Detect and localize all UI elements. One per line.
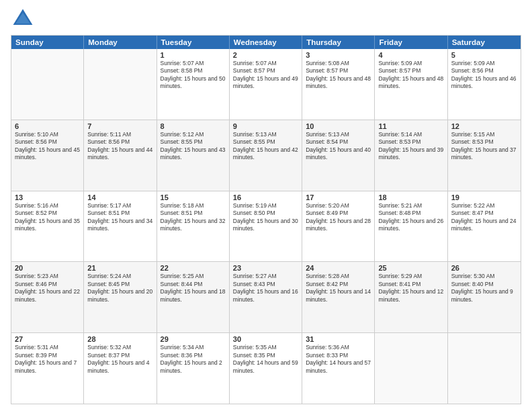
day-info: Sunrise: 5:28 AMSunset: 8:42 PMDaylight:… (306, 273, 371, 304)
calendar-cell: 23Sunrise: 5:27 AMSunset: 8:43 PMDayligh… (230, 262, 302, 332)
calendar-cell: 17Sunrise: 5:20 AMSunset: 8:49 PMDayligh… (302, 191, 375, 262)
calendar-cell: 11Sunrise: 5:14 AMSunset: 8:53 PMDayligh… (375, 120, 447, 191)
day-number: 22 (161, 264, 226, 272)
day-number: 15 (161, 193, 226, 201)
calendar-cell: 27Sunrise: 5:31 AMSunset: 8:39 PMDayligh… (11, 333, 84, 404)
day-number: 27 (15, 335, 80, 343)
day-number: 20 (15, 264, 80, 272)
calendar-cell: 3Sunrise: 5:08 AMSunset: 8:57 PMDaylight… (302, 49, 375, 120)
logo (11, 7, 38, 31)
calendar-cell: 19Sunrise: 5:22 AMSunset: 8:47 PMDayligh… (448, 191, 521, 262)
calendar: SundayMondayTuesdayWednesdayThursdayFrid… (11, 35, 521, 404)
calendar-cell: 31Sunrise: 5:36 AMSunset: 8:33 PMDayligh… (302, 333, 375, 404)
calendar-cell: 7Sunrise: 5:11 AMSunset: 8:56 PMDaylight… (84, 120, 157, 191)
day-number: 14 (87, 193, 152, 201)
day-info: Sunrise: 5:29 AMSunset: 8:41 PMDaylight:… (378, 273, 443, 304)
day-number: 9 (233, 122, 298, 130)
logo-icon (11, 7, 35, 31)
day-number: 19 (451, 193, 517, 201)
day-number: 25 (378, 264, 443, 272)
day-info: Sunrise: 5:35 AMSunset: 8:35 PMDaylight:… (233, 344, 298, 375)
day-number: 18 (378, 193, 443, 201)
page-header (11, 7, 521, 31)
calendar-cell (448, 333, 521, 404)
day-info: Sunrise: 5:13 AMSunset: 8:55 PMDaylight:… (233, 131, 298, 162)
calendar-cell: 13Sunrise: 5:16 AMSunset: 8:52 PMDayligh… (11, 191, 84, 262)
day-number: 23 (233, 264, 298, 272)
calendar-cell: 12Sunrise: 5:15 AMSunset: 8:53 PMDayligh… (448, 120, 521, 191)
day-number: 7 (87, 122, 152, 130)
calendar-cell: 28Sunrise: 5:32 AMSunset: 8:37 PMDayligh… (84, 333, 157, 404)
day-info: Sunrise: 5:12 AMSunset: 8:55 PMDaylight:… (161, 131, 226, 162)
day-info: Sunrise: 5:30 AMSunset: 8:40 PMDaylight:… (451, 273, 517, 304)
calendar-cell: 29Sunrise: 5:34 AMSunset: 8:36 PMDayligh… (157, 333, 230, 404)
day-number: 5 (451, 51, 517, 59)
calendar-cell: 5Sunrise: 5:09 AMSunset: 8:56 PMDaylight… (448, 49, 521, 120)
calendar-cell: 21Sunrise: 5:24 AMSunset: 8:45 PMDayligh… (84, 262, 157, 332)
day-info: Sunrise: 5:20 AMSunset: 8:49 PMDaylight:… (306, 202, 371, 233)
day-info: Sunrise: 5:14 AMSunset: 8:53 PMDaylight:… (378, 131, 443, 162)
day-number: 13 (15, 193, 80, 201)
day-info: Sunrise: 5:07 AMSunset: 8:58 PMDaylight:… (161, 60, 226, 91)
day-number: 28 (87, 335, 152, 343)
weekday-header: Sunday (11, 36, 84, 49)
calendar-cell (84, 49, 157, 120)
day-info: Sunrise: 5:23 AMSunset: 8:46 PMDaylight:… (15, 273, 80, 304)
calendar-cell: 1Sunrise: 5:07 AMSunset: 8:58 PMDaylight… (157, 49, 230, 120)
calendar-cell: 24Sunrise: 5:28 AMSunset: 8:42 PMDayligh… (302, 262, 375, 332)
calendar-cell: 16Sunrise: 5:19 AMSunset: 8:50 PMDayligh… (230, 191, 302, 262)
day-number: 1 (161, 51, 226, 59)
calendar-cell (11, 49, 84, 120)
day-number: 24 (306, 264, 371, 272)
calendar-cell (375, 333, 447, 404)
day-info: Sunrise: 5:11 AMSunset: 8:56 PMDaylight:… (87, 131, 152, 162)
day-info: Sunrise: 5:09 AMSunset: 8:57 PMDaylight:… (378, 60, 443, 91)
calendar-cell: 15Sunrise: 5:18 AMSunset: 8:51 PMDayligh… (157, 191, 230, 262)
day-number: 11 (378, 122, 443, 130)
weekday-header: Tuesday (157, 36, 230, 49)
weekday-header: Thursday (302, 36, 375, 49)
day-number: 26 (451, 264, 517, 272)
day-number: 12 (451, 122, 517, 130)
weekday-header: Wednesday (230, 36, 302, 49)
calendar-cell: 8Sunrise: 5:12 AMSunset: 8:55 PMDaylight… (157, 120, 230, 191)
calendar-cell: 18Sunrise: 5:21 AMSunset: 8:48 PMDayligh… (375, 191, 447, 262)
day-info: Sunrise: 5:13 AMSunset: 8:54 PMDaylight:… (306, 131, 371, 162)
day-info: Sunrise: 5:09 AMSunset: 8:56 PMDaylight:… (451, 60, 517, 91)
day-number: 6 (15, 122, 80, 130)
calendar-cell: 10Sunrise: 5:13 AMSunset: 8:54 PMDayligh… (302, 120, 375, 191)
calendar-row: 20Sunrise: 5:23 AMSunset: 8:46 PMDayligh… (11, 261, 521, 332)
weekday-header: Friday (375, 36, 447, 49)
day-number: 3 (306, 51, 371, 59)
day-info: Sunrise: 5:18 AMSunset: 8:51 PMDaylight:… (161, 202, 226, 233)
day-number: 21 (87, 264, 152, 272)
weekday-header: Saturday (448, 36, 521, 49)
day-number: 29 (161, 335, 226, 343)
calendar-header: SundayMondayTuesdayWednesdayThursdayFrid… (11, 36, 521, 49)
day-info: Sunrise: 5:08 AMSunset: 8:57 PMDaylight:… (306, 60, 371, 91)
day-info: Sunrise: 5:31 AMSunset: 8:39 PMDaylight:… (15, 344, 80, 375)
calendar-row: 6Sunrise: 5:10 AMSunset: 8:56 PMDaylight… (11, 120, 521, 191)
day-info: Sunrise: 5:16 AMSunset: 8:52 PMDaylight:… (15, 202, 80, 233)
day-number: 10 (306, 122, 371, 130)
calendar-cell: 6Sunrise: 5:10 AMSunset: 8:56 PMDaylight… (11, 120, 84, 191)
day-info: Sunrise: 5:19 AMSunset: 8:50 PMDaylight:… (233, 202, 298, 233)
calendar-row: 13Sunrise: 5:16 AMSunset: 8:52 PMDayligh… (11, 191, 521, 262)
day-number: 17 (306, 193, 371, 201)
day-number: 8 (161, 122, 226, 130)
day-number: 2 (233, 51, 298, 59)
weekday-header: Monday (84, 36, 157, 49)
day-info: Sunrise: 5:24 AMSunset: 8:45 PMDaylight:… (87, 273, 152, 304)
calendar-cell: 26Sunrise: 5:30 AMSunset: 8:40 PMDayligh… (448, 262, 521, 332)
calendar-row: 1Sunrise: 5:07 AMSunset: 8:58 PMDaylight… (11, 49, 521, 120)
calendar-cell: 30Sunrise: 5:35 AMSunset: 8:35 PMDayligh… (230, 333, 302, 404)
day-info: Sunrise: 5:27 AMSunset: 8:43 PMDaylight:… (233, 273, 298, 304)
day-info: Sunrise: 5:36 AMSunset: 8:33 PMDaylight:… (306, 344, 371, 375)
calendar-body: 1Sunrise: 5:07 AMSunset: 8:58 PMDaylight… (11, 49, 521, 404)
day-number: 30 (233, 335, 298, 343)
calendar-cell: 20Sunrise: 5:23 AMSunset: 8:46 PMDayligh… (11, 262, 84, 332)
day-info: Sunrise: 5:17 AMSunset: 8:51 PMDaylight:… (87, 202, 152, 233)
calendar-cell: 2Sunrise: 5:07 AMSunset: 8:57 PMDaylight… (230, 49, 302, 120)
day-info: Sunrise: 5:32 AMSunset: 8:37 PMDaylight:… (87, 344, 152, 375)
day-info: Sunrise: 5:25 AMSunset: 8:44 PMDaylight:… (161, 273, 226, 304)
